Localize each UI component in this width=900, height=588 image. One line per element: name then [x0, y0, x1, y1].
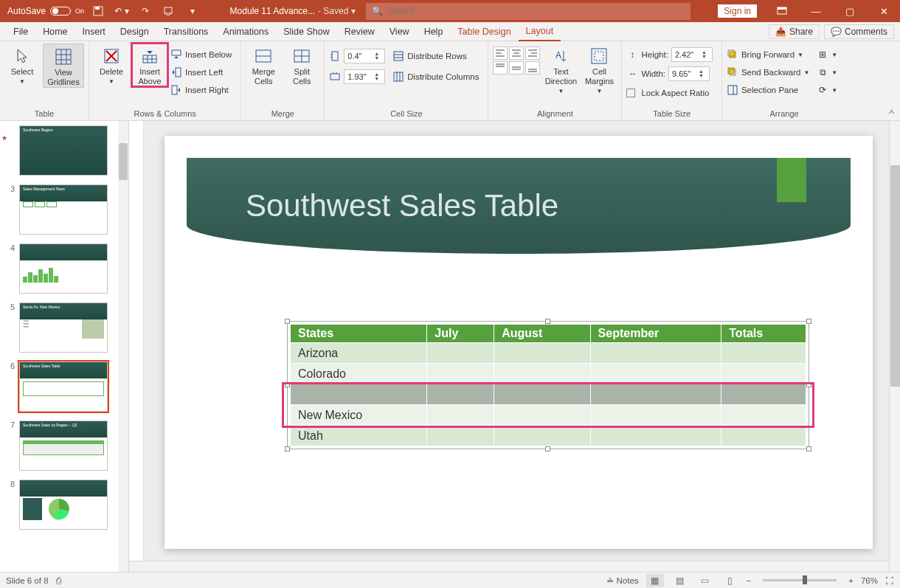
- distribute-rows-button[interactable]: Distribute Rows: [392, 48, 483, 64]
- maximize-button[interactable]: ▢: [834, 0, 866, 22]
- align-right-button[interactable]: [525, 46, 540, 60]
- checkbox-icon: [626, 89, 635, 97]
- tab-review[interactable]: Review: [337, 22, 382, 41]
- resize-handle[interactable]: [285, 382, 290, 387]
- text-direction-button[interactable]: A Text Direction▼: [543, 44, 578, 95]
- resize-handle[interactable]: [545, 446, 550, 452]
- slide-title[interactable]: Southwest Sales Table: [246, 188, 558, 224]
- slide-canvas[interactable]: Southwest Sales Table StatesJulyAugustSe…: [165, 136, 873, 549]
- delete-button[interactable]: Delete▼: [94, 44, 129, 86]
- close-button[interactable]: ✕: [868, 0, 900, 22]
- autosave-toggle[interactable]: [50, 7, 71, 15]
- tab-transitions[interactable]: Transitions: [156, 22, 216, 41]
- quickaccess-more[interactable]: ▾: [183, 2, 202, 20]
- tab-file[interactable]: File: [6, 22, 35, 41]
- slide-thumbnail[interactable]: 6Southwest Sales Table: [0, 357, 128, 416]
- share-button[interactable]: 📤Share: [769, 24, 820, 39]
- spin-down-icon[interactable]: ▼: [702, 55, 709, 59]
- search-box[interactable]: 🔍: [366, 3, 690, 20]
- table-object[interactable]: StatesJulyAugustSeptemberTotalsArizonaCo…: [290, 324, 806, 446]
- slideshow-view-button[interactable]: ▯: [721, 574, 739, 587]
- tab-home[interactable]: Home: [35, 22, 75, 41]
- align-left-button[interactable]: [493, 46, 508, 60]
- align-button[interactable]: ⊞▼: [817, 46, 842, 63]
- bring-forward-button[interactable]: Bring Forward ▼: [727, 46, 814, 63]
- notes-button[interactable]: ≐ Notes: [606, 575, 638, 586]
- delete-label: Delete: [100, 67, 123, 77]
- view-gridlines-button[interactable]: View Gridlines: [43, 44, 84, 88]
- slide-counter[interactable]: Slide 6 of 8: [6, 576, 49, 585]
- resize-handle[interactable]: [806, 319, 811, 324]
- resize-handle[interactable]: [285, 319, 290, 324]
- accessibility-icon[interactable]: ⎙: [56, 576, 61, 585]
- insert-above-button[interactable]: Insert Above: [132, 44, 167, 86]
- slide-thumbnail[interactable]: 7Southwest Sales by Region – Q3: [0, 416, 128, 475]
- insert-right-button[interactable]: Insert Right: [170, 82, 236, 98]
- save-icon[interactable]: [89, 2, 108, 20]
- merge-cells-button[interactable]: Merge Cells: [246, 44, 281, 86]
- select-button[interactable]: Select▼: [4, 44, 40, 86]
- lock-aspect-ratio-checkbox[interactable]: Lock Aspect Ratio: [626, 85, 716, 101]
- spin-down-icon[interactable]: ▼: [374, 56, 381, 60]
- tab-layout[interactable]: Layout: [519, 22, 561, 41]
- insert-below-button[interactable]: Insert Below: [170, 46, 236, 63]
- zoom-level[interactable]: 76%: [861, 576, 878, 585]
- resize-handle[interactable]: [806, 446, 811, 452]
- selection-pane-button[interactable]: Selection Pane: [727, 82, 814, 98]
- tab-table-design[interactable]: Table Design: [450, 22, 518, 41]
- tab-insert[interactable]: Insert: [75, 22, 113, 41]
- slide-sorter-view-button[interactable]: ▤: [671, 574, 689, 587]
- zoom-in-button[interactable]: +: [848, 576, 854, 585]
- insert-left-button[interactable]: Insert Left: [170, 64, 236, 80]
- distribute-rows-icon: [392, 50, 404, 62]
- normal-view-button[interactable]: ▦: [646, 574, 664, 587]
- spin-down-icon[interactable]: ▼: [374, 77, 381, 81]
- horizontal-scrollbar[interactable]: [129, 561, 889, 572]
- redo-button[interactable]: ↷: [136, 2, 155, 20]
- table-height-input[interactable]: 2.42"▲▼: [671, 47, 713, 62]
- align-center-button[interactable]: [509, 46, 524, 60]
- start-from-beginning-icon[interactable]: [159, 2, 179, 20]
- align-middle-button[interactable]: [509, 61, 524, 75]
- sign-in-button[interactable]: Sign in: [718, 4, 757, 18]
- rotate-button[interactable]: ⟳▼: [817, 82, 842, 98]
- resize-handle[interactable]: [545, 319, 550, 324]
- reading-view-button[interactable]: ▭: [696, 574, 714, 587]
- align-top-button[interactable]: [493, 61, 508, 75]
- vertical-scrollbar[interactable]: [889, 121, 900, 572]
- document-name[interactable]: Module 11 Advance...: [230, 6, 315, 16]
- fit-to-window-button[interactable]: ⛶: [885, 576, 894, 585]
- tab-slideshow[interactable]: Slide Show: [276, 22, 337, 41]
- collapse-ribbon-icon[interactable]: ㅅ: [887, 106, 896, 117]
- minimize-button[interactable]: —: [800, 0, 832, 22]
- tab-animations[interactable]: Animations: [215, 22, 276, 41]
- split-cells-button[interactable]: Split Cells: [284, 44, 319, 86]
- send-backward-button[interactable]: Send Backward ▼: [727, 64, 814, 80]
- comments-button[interactable]: 💬Comments: [824, 24, 894, 39]
- document-saved-state[interactable]: - Saved ▾: [318, 6, 356, 16]
- resize-handle[interactable]: [285, 446, 290, 452]
- cell-margins-button[interactable]: Cell Margins▼: [581, 44, 617, 95]
- slide-thumbnail[interactable]: 8: [0, 475, 128, 534]
- thumbnail-scrollbar[interactable]: [118, 121, 128, 572]
- zoom-slider[interactable]: [763, 579, 837, 581]
- tab-view[interactable]: View: [382, 22, 417, 41]
- ribbon-display-options-icon[interactable]: [766, 0, 798, 22]
- resize-handle[interactable]: [806, 382, 811, 387]
- slide-thumbnail[interactable]: ★4: [0, 239, 128, 298]
- slide-thumbnail[interactable]: Southwest Region: [0, 121, 128, 180]
- slide-thumbnail[interactable]: 3Sales Management Team: [0, 180, 128, 239]
- tab-help[interactable]: Help: [417, 22, 451, 41]
- undo-button[interactable]: ↶ ▾: [112, 2, 131, 20]
- align-bottom-button[interactable]: [525, 61, 540, 75]
- tab-design[interactable]: Design: [113, 22, 156, 41]
- search-input[interactable]: [387, 6, 685, 16]
- table-width-input[interactable]: 9.65"▲▼: [668, 66, 710, 81]
- group-objects-button[interactable]: ⧉▼: [817, 64, 842, 80]
- slide-thumbnail[interactable]: 5Santa Fe, New Mexico• item• item• item: [0, 298, 128, 357]
- distribute-columns-button[interactable]: Distribute Columns: [392, 69, 483, 85]
- zoom-out-button[interactable]: −: [747, 576, 752, 585]
- column-width-input[interactable]: 1.93"▲▼: [344, 69, 385, 84]
- spin-down-icon[interactable]: ▼: [699, 74, 706, 78]
- row-height-input[interactable]: 0.4"▲▼: [344, 49, 385, 63]
